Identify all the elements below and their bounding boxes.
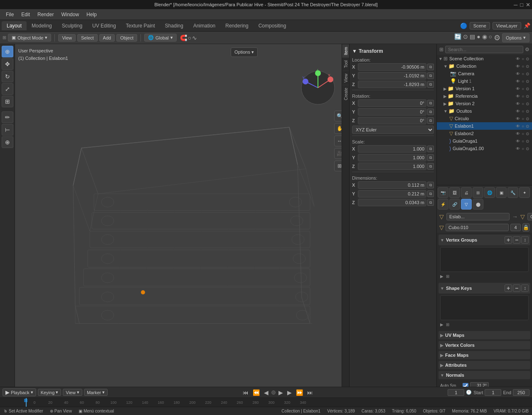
ref-eye[interactable]: 👁	[515, 94, 520, 99]
outliner-settings-icon[interactable]: ⚙	[525, 47, 530, 52]
viewport[interactable]: User Perspective (1) Collection | Eslabo…	[15, 44, 349, 387]
outliner-circulo[interactable]: ▽ Circulo 👁 ○ ⊙	[437, 115, 532, 122]
tab-particles[interactable]: ✦	[519, 187, 530, 198]
move-tool[interactable]: ✥	[2, 58, 13, 70]
start-frame-input[interactable]	[485, 389, 501, 396]
rotation-x-input[interactable]	[358, 99, 426, 107]
guia100-rend[interactable]: ⊙	[525, 146, 530, 151]
cam-vis-sel[interactable]: ○	[521, 72, 525, 76]
copy-sz-btn[interactable]: ⧉	[427, 163, 434, 170]
oc-rend[interactable]: ⊙	[525, 109, 530, 114]
outliner-search[interactable]	[445, 46, 523, 53]
v2-sel[interactable]: ○	[521, 101, 525, 106]
tab-object[interactable]: ▣	[496, 187, 507, 198]
outliner-ocultos[interactable]: ▼ 📁 Ocultos 👁 ○ ⊙	[437, 107, 532, 115]
circ-eye[interactable]: 👁	[515, 116, 520, 121]
guia1-sel[interactable]: ○	[521, 139, 525, 143]
maximize-btn[interactable]: □	[520, 2, 523, 8]
light-vis-rend[interactable]: ⊙	[525, 79, 530, 84]
vg-remove-btn[interactable]: −	[513, 236, 520, 244]
scale-tool[interactable]: ⤢	[2, 83, 13, 95]
uv-maps-header[interactable]: ▶ UV Maps	[438, 331, 530, 339]
outliner-referencia[interactable]: ▶ 📁 Referencia 👁 ○ ⊙	[437, 92, 532, 100]
circ-sel[interactable]: ○	[521, 116, 525, 121]
oc-sel[interactable]: ○	[521, 109, 525, 114]
add-menu[interactable]: Add	[99, 34, 115, 42]
navigation-gizmo[interactable]: X Y Z	[299, 69, 337, 106]
oc-eye[interactable]: 👁	[515, 109, 520, 114]
mode-selector[interactable]: ▣ Object Mode ▾	[8, 34, 51, 42]
dim-z-input[interactable]	[358, 199, 426, 206]
ws-tab-texture-paint[interactable]: Texture Paint	[121, 21, 160, 30]
tab-physics[interactable]: ⚡	[438, 199, 448, 210]
ws-tab-compositing[interactable]: Compositing	[254, 21, 291, 30]
auto-smooth-checkbox[interactable]	[463, 383, 468, 387]
ref-sel[interactable]: ○	[521, 94, 525, 99]
copy-z-btn[interactable]: ⧉	[427, 81, 434, 88]
view-btn[interactable]: View ▾	[63, 389, 82, 396]
copy-ry-btn[interactable]: ⧉	[427, 109, 434, 115]
object-menu[interactable]: Object	[116, 34, 137, 42]
shape-keys-header[interactable]: ▼ Shape Keys + − ↕	[438, 283, 530, 294]
outliner-eslabon2[interactable]: ▽ Eslabon2 👁 ○ ⊙	[437, 130, 532, 137]
tab-render[interactable]: 🖼	[449, 187, 460, 198]
rotate-tool[interactable]: ↻	[2, 71, 13, 82]
vertex-groups-header[interactable]: ▼ Vertex Groups + − ↕	[438, 235, 530, 245]
copy-y-btn[interactable]: ⧉	[427, 72, 434, 79]
next-keyframe-btn[interactable]: ⏩	[295, 389, 304, 396]
curve-icon[interactable]: ∿	[192, 35, 197, 41]
playback-btn[interactable]: ▶ Playback ▾	[2, 388, 36, 396]
overlay-icon[interactable]: ⊙	[463, 33, 468, 42]
vg-add-btn[interactable]: +	[505, 236, 512, 244]
annotate-tool[interactable]: ✏	[2, 111, 13, 123]
sk-add-btn[interactable]: +	[505, 284, 512, 292]
v2-rend[interactable]: ⊙	[525, 101, 530, 106]
sk-expand-icon[interactable]: ▶	[440, 322, 443, 327]
jump-end-btn[interactable]: ⏭	[306, 389, 314, 396]
face-maps-header[interactable]: ▶ Face Maps	[438, 351, 530, 359]
guia100-sel[interactable]: ○	[521, 146, 525, 151]
viewlayer-selector[interactable]: ViewLayer	[493, 22, 521, 30]
sk-remove-btn[interactable]: −	[513, 284, 520, 292]
col-vis-eye[interactable]: 👁	[515, 64, 520, 69]
side-tab-view[interactable]: View	[342, 71, 349, 85]
tab-output[interactable]: 🖨	[461, 187, 472, 198]
ws-tab-uv-editing[interactable]: UV Editing	[87, 21, 121, 30]
scale-y-input[interactable]	[358, 154, 426, 161]
menu-edit[interactable]: Edit	[18, 11, 33, 18]
outliner-guiaoruga100[interactable]: ) GuiaOruga1.00 👁 ○ ⊙	[437, 145, 532, 152]
vg-expand-icon[interactable]: ▶	[440, 274, 443, 279]
scene-sel-btn[interactable]: ○	[521, 57, 525, 61]
menu-help[interactable]: Help	[83, 11, 100, 18]
menu-window[interactable]: Window	[58, 11, 82, 18]
mesh-data-name-input[interactable]	[446, 224, 509, 231]
copy-dx-btn[interactable]: ⧉	[427, 182, 434, 188]
scene-vis-btn[interactable]: 👁	[515, 57, 520, 61]
play-btn[interactable]: ▶	[277, 389, 284, 396]
tab-object-data[interactable]: ▽	[461, 199, 472, 210]
engine-selector[interactable]: Scene	[470, 22, 490, 30]
ws-tab-sculpting[interactable]: Sculpting	[57, 21, 87, 30]
view-menu[interactable]: View	[58, 34, 76, 42]
ws-tab-animation[interactable]: Animation	[188, 21, 220, 30]
esl2-eye[interactable]: 👁	[515, 131, 520, 136]
prev-frame-btn[interactable]: ◀	[263, 389, 270, 396]
material-icon[interactable]: ◉	[482, 33, 487, 42]
dim-x-input[interactable]	[358, 181, 426, 189]
snap-icon[interactable]: 🧲	[180, 35, 187, 41]
col-vis-rend[interactable]: ⊙	[525, 64, 530, 69]
copy-rx-btn[interactable]: ⧉	[427, 100, 434, 106]
timeline-track[interactable]: 0 20 40 60 80 100 120 140 160 180 200 22…	[0, 398, 532, 407]
keying-btn[interactable]: Keying ▾	[38, 389, 62, 396]
play-dot[interactable]	[271, 390, 276, 395]
tab-world[interactable]: 🌐	[484, 187, 495, 198]
object-name-input[interactable]	[446, 213, 510, 220]
ws-tab-modeling[interactable]: Modeling	[27, 21, 57, 30]
options-btn[interactable]: Options ▾	[502, 33, 530, 42]
esl2-sel[interactable]: ○	[521, 131, 525, 136]
sk-scroll-btn[interactable]: ↕	[521, 284, 529, 292]
location-z-input[interactable]	[358, 81, 426, 88]
scene-rend-btn[interactable]: ⊙	[525, 57, 530, 61]
select-menu[interactable]: Select	[77, 34, 98, 42]
copy-sy-btn[interactable]: ⧉	[427, 154, 434, 161]
